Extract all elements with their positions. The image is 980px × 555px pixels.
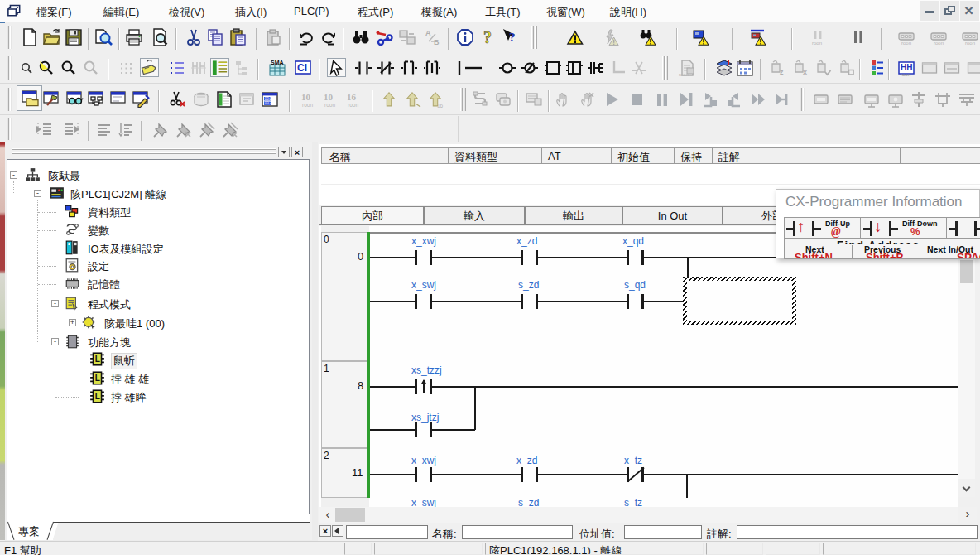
- svg-text:roon: roon: [901, 41, 911, 46]
- svg-text:16: 16: [347, 92, 357, 102]
- svg-text:roon: roon: [934, 41, 944, 46]
- svg-text:L: L: [95, 392, 100, 401]
- svg-text:SMA: SMA: [271, 59, 284, 65]
- svg-text:L: L: [95, 374, 100, 383]
- svg-text:z: z: [780, 68, 784, 76]
- svg-text:L: L: [95, 355, 100, 364]
- svg-text:002: 002: [264, 101, 271, 105]
- svg-text:?: ?: [483, 28, 492, 46]
- svg-text:10: 10: [301, 92, 311, 102]
- svg-text:?: ?: [509, 31, 516, 44]
- svg-text:roon: roon: [965, 41, 975, 46]
- svg-text:16: 16: [437, 103, 444, 109]
- svg-text:roon: roon: [324, 102, 335, 108]
- svg-text:CI: CI: [297, 62, 307, 74]
- svg-text:roon: roon: [302, 102, 313, 108]
- svg-text:HH: HH: [901, 63, 912, 72]
- svg-text:roon: roon: [812, 41, 822, 46]
- svg-text:B: B: [434, 38, 440, 46]
- svg-text:A: A: [425, 29, 431, 37]
- svg-text:roon: roon: [901, 72, 910, 77]
- svg-text:x: x: [803, 68, 807, 76]
- svg-text:roon: roon: [679, 72, 689, 77]
- svg-text:roon: roon: [348, 102, 358, 108]
- svg-text:10: 10: [324, 92, 334, 102]
